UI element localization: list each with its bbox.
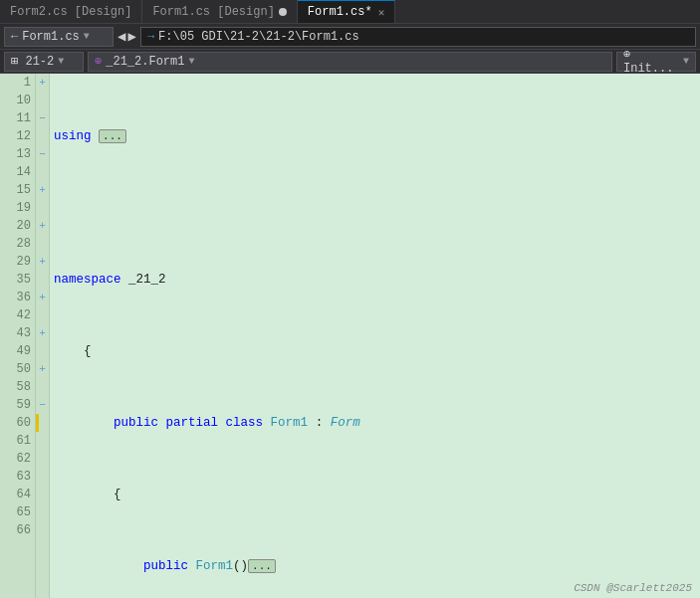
collapse-15[interactable]: + xyxy=(36,181,49,199)
init-label: ⊕ Init... xyxy=(623,47,679,76)
code-area: 1 10 11 12 13 14 15 19 20 28 29 35 36 42… xyxy=(0,74,700,598)
collapse-50[interactable]: + xyxy=(36,360,49,378)
tab-form1-design[interactable]: Form1.cs [Design] xyxy=(142,0,297,23)
collapse-11[interactable]: − xyxy=(36,109,49,127)
tab-form2-design[interactable]: Form2.cs [Design] xyxy=(0,0,142,23)
code-line-1: using ... xyxy=(54,127,696,145)
nav-back-icon[interactable]: ◀ xyxy=(117,28,125,45)
code-line-15: public Form1()... xyxy=(54,557,696,575)
dropdown-arrow-icon: ▼ xyxy=(84,31,90,42)
file-name: Form1.cs xyxy=(22,30,80,44)
scope-label: ⊞ 21-2 xyxy=(11,54,54,69)
member-icon: ⊕ xyxy=(95,54,102,69)
line-numbers: 1 10 11 12 13 14 15 19 20 28 29 35 36 42… xyxy=(0,74,36,598)
collapse-43[interactable]: + xyxy=(36,324,49,342)
tab-form1-cs[interactable]: Form1.cs* ✕ xyxy=(298,0,395,23)
toolbar-row2: ⊞ 21-2 ▼ ⊕ _21_2.Form1 ▼ ⊕ Init... ▼ xyxy=(0,50,700,74)
close-icon[interactable]: ✕ xyxy=(378,6,385,19)
path-arrow-icon: → xyxy=(147,30,154,44)
back-arrow-icon: ← xyxy=(11,30,18,44)
file-path-box: → F:\05 GDI\21-2\21-2\Form1.cs xyxy=(140,27,696,47)
tab-label: Form1.cs [Design] xyxy=(152,5,274,19)
scope-dropdown[interactable]: ⊞ 21-2 ▼ xyxy=(4,52,84,72)
collapse-36[interactable]: + xyxy=(36,289,49,306)
file-dropdown[interactable]: ← Form1.cs ▼ xyxy=(4,27,114,47)
scope-dropdown-arrow-icon: ▼ xyxy=(58,56,64,67)
init-dropdown-arrow-icon: ▼ xyxy=(683,56,689,67)
code-content: using ... namespace _21_2 { public parti… xyxy=(50,74,700,598)
modified-indicator xyxy=(279,8,287,16)
member-dropdown[interactable]: ⊕ _21_2.Form1 ▼ xyxy=(88,52,612,72)
init-dropdown[interactable]: ⊕ Init... ▼ xyxy=(616,52,696,72)
collapse-59[interactable]: − xyxy=(36,396,49,414)
collapse-1[interactable]: + xyxy=(36,74,49,92)
nav-forward-icon[interactable]: ▶ xyxy=(127,28,135,45)
collapse-29[interactable]: + xyxy=(36,253,49,271)
code-line-11: namespace _21_2 xyxy=(54,271,696,289)
member-dropdown-arrow-icon: ▼ xyxy=(188,56,194,67)
toolbar-row1: ← Form1.cs ▼ ◀ ▶ → F:\05 GDI\21-2\21-2\F… xyxy=(0,24,700,50)
tab-label: Form2.cs [Design] xyxy=(10,5,131,19)
file-path: F:\05 GDI\21-2\21-2\Form1.cs xyxy=(158,30,359,44)
tab-label: Form1.cs* xyxy=(308,5,372,19)
code-line-10 xyxy=(54,199,696,217)
code-line-14: { xyxy=(54,486,696,503)
code-line-12: { xyxy=(54,342,696,360)
member-name: _21_2.Form1 xyxy=(106,55,184,69)
collapse-bar: + − − + + + + + + − xyxy=(36,74,50,598)
code-line-13: public partial class Form1 : Form xyxy=(54,414,696,432)
collapse-13[interactable]: − xyxy=(36,145,49,163)
tab-bar: Form2.cs [Design] Form1.cs [Design] Form… xyxy=(0,0,700,24)
watermark: CSDN @Scarlett2025 xyxy=(574,582,692,594)
collapse-20[interactable]: + xyxy=(36,217,49,235)
